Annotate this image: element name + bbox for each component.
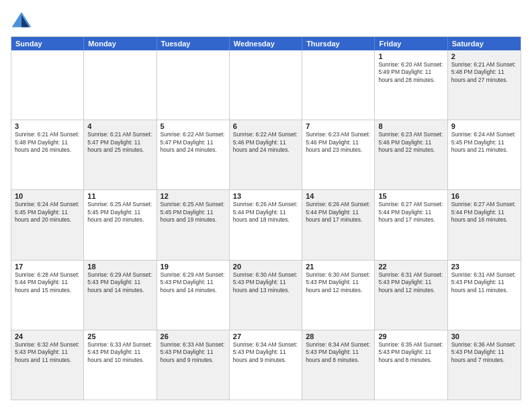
calendar-cell: 5Sunrise: 6:22 AM Sunset: 5:47 PM Daylig… xyxy=(157,120,230,189)
day-info: Sunrise: 6:26 AM Sunset: 5:44 PM Dayligh… xyxy=(306,201,371,224)
day-number: 16 xyxy=(451,192,517,200)
day-info: Sunrise: 6:21 AM Sunset: 5:47 PM Dayligh… xyxy=(87,131,152,154)
day-info: Sunrise: 6:23 AM Sunset: 5:46 PM Dayligh… xyxy=(378,131,443,154)
logo-icon xyxy=(11,11,32,30)
calendar-cell: 29Sunrise: 6:35 AM Sunset: 5:43 PM Dayli… xyxy=(375,330,447,400)
calendar-cell: 20Sunrise: 6:30 AM Sunset: 5:43 PM Dayli… xyxy=(230,261,302,330)
day-info: Sunrise: 6:26 AM Sunset: 5:44 PM Dayligh… xyxy=(233,201,298,224)
day-info: Sunrise: 6:30 AM Sunset: 5:43 PM Dayligh… xyxy=(233,271,298,294)
calendar: SundayMondayTuesdayWednesdayThursdayFrid… xyxy=(11,36,521,400)
weekday-header: Sunday xyxy=(11,37,84,50)
day-number: 19 xyxy=(161,263,226,271)
calendar-cell: 17Sunrise: 6:28 AM Sunset: 5:44 PM Dayli… xyxy=(11,261,84,330)
day-number: 13 xyxy=(233,192,298,200)
day-number: 30 xyxy=(451,332,517,340)
calendar-cell xyxy=(230,50,302,120)
calendar-week: 10Sunrise: 6:24 AM Sunset: 5:45 PM Dayli… xyxy=(11,190,521,260)
calendar-cell: 12Sunrise: 6:25 AM Sunset: 5:45 PM Dayli… xyxy=(157,190,230,259)
calendar-cell: 10Sunrise: 6:24 AM Sunset: 5:45 PM Dayli… xyxy=(11,190,84,259)
day-number: 26 xyxy=(161,332,226,340)
calendar-cell xyxy=(84,50,157,120)
day-number: 4 xyxy=(87,122,152,130)
day-info: Sunrise: 6:29 AM Sunset: 5:43 PM Dayligh… xyxy=(87,271,152,294)
day-number: 20 xyxy=(233,263,298,271)
day-info: Sunrise: 6:22 AM Sunset: 5:47 PM Dayligh… xyxy=(161,131,226,154)
calendar-week: 24Sunrise: 6:32 AM Sunset: 5:43 PM Dayli… xyxy=(11,330,521,400)
calendar-cell: 18Sunrise: 6:29 AM Sunset: 5:43 PM Dayli… xyxy=(84,261,157,330)
day-info: Sunrise: 6:35 AM Sunset: 5:43 PM Dayligh… xyxy=(378,341,443,364)
day-number: 11 xyxy=(87,192,152,200)
day-number: 29 xyxy=(378,332,443,340)
day-number: 2 xyxy=(451,52,517,60)
day-number: 8 xyxy=(378,122,443,130)
day-number: 27 xyxy=(233,332,298,340)
day-number: 3 xyxy=(15,122,80,130)
calendar-cell: 15Sunrise: 6:27 AM Sunset: 5:44 PM Dayli… xyxy=(375,190,447,259)
day-info: Sunrise: 6:28 AM Sunset: 5:44 PM Dayligh… xyxy=(15,271,80,294)
calendar-cell: 3Sunrise: 6:21 AM Sunset: 5:48 PM Daylig… xyxy=(11,120,84,189)
day-info: Sunrise: 6:24 AM Sunset: 5:45 PM Dayligh… xyxy=(451,131,517,154)
day-info: Sunrise: 6:21 AM Sunset: 5:48 PM Dayligh… xyxy=(15,131,80,154)
calendar-cell: 25Sunrise: 6:33 AM Sunset: 5:43 PM Dayli… xyxy=(84,330,157,400)
calendar-cell: 1Sunrise: 6:20 AM Sunset: 5:49 PM Daylig… xyxy=(375,50,447,120)
calendar-cell: 14Sunrise: 6:26 AM Sunset: 5:44 PM Dayli… xyxy=(302,190,375,259)
day-info: Sunrise: 6:27 AM Sunset: 5:44 PM Dayligh… xyxy=(451,201,517,224)
day-number: 7 xyxy=(306,122,371,130)
day-number: 9 xyxy=(451,122,517,130)
day-number: 18 xyxy=(87,263,152,271)
header xyxy=(11,11,521,30)
weekday-header: Friday xyxy=(375,37,447,50)
day-info: Sunrise: 6:36 AM Sunset: 5:43 PM Dayligh… xyxy=(451,341,517,364)
day-info: Sunrise: 6:33 AM Sunset: 5:43 PM Dayligh… xyxy=(161,341,226,364)
weekday-header: Thursday xyxy=(302,37,375,50)
day-number: 28 xyxy=(306,332,371,340)
calendar-cell: 6Sunrise: 6:22 AM Sunset: 5:46 PM Daylig… xyxy=(230,120,302,189)
day-number: 24 xyxy=(15,332,80,340)
weekday-header: Wednesday xyxy=(230,37,302,50)
calendar-cell: 13Sunrise: 6:26 AM Sunset: 5:44 PM Dayli… xyxy=(230,190,302,259)
day-number: 22 xyxy=(378,263,443,271)
day-number: 10 xyxy=(15,192,80,200)
calendar-cell xyxy=(302,50,375,120)
day-info: Sunrise: 6:32 AM Sunset: 5:43 PM Dayligh… xyxy=(15,341,80,364)
calendar-cell: 2Sunrise: 6:21 AM Sunset: 5:48 PM Daylig… xyxy=(448,50,521,120)
day-number: 21 xyxy=(306,263,371,271)
calendar-cell: 27Sunrise: 6:34 AM Sunset: 5:43 PM Dayli… xyxy=(230,330,302,400)
day-number: 5 xyxy=(161,122,226,130)
day-number: 23 xyxy=(451,263,517,271)
day-info: Sunrise: 6:33 AM Sunset: 5:43 PM Dayligh… xyxy=(87,341,152,364)
calendar-week: 1Sunrise: 6:20 AM Sunset: 5:49 PM Daylig… xyxy=(11,50,521,120)
calendar-body: 1Sunrise: 6:20 AM Sunset: 5:49 PM Daylig… xyxy=(11,50,521,400)
calendar-week: 17Sunrise: 6:28 AM Sunset: 5:44 PM Dayli… xyxy=(11,261,521,330)
calendar-cell: 8Sunrise: 6:23 AM Sunset: 5:46 PM Daylig… xyxy=(375,120,447,189)
day-info: Sunrise: 6:31 AM Sunset: 5:43 PM Dayligh… xyxy=(451,271,517,294)
day-number: 1 xyxy=(378,52,443,60)
day-number: 15 xyxy=(378,192,443,200)
weekday-header: Saturday xyxy=(448,37,521,50)
calendar-cell: 11Sunrise: 6:25 AM Sunset: 5:45 PM Dayli… xyxy=(84,190,157,259)
day-info: Sunrise: 6:31 AM Sunset: 5:43 PM Dayligh… xyxy=(378,271,443,294)
calendar-cell xyxy=(11,50,84,120)
calendar-cell: 19Sunrise: 6:29 AM Sunset: 5:43 PM Dayli… xyxy=(157,261,230,330)
calendar-cell: 26Sunrise: 6:33 AM Sunset: 5:43 PM Dayli… xyxy=(157,330,230,400)
day-info: Sunrise: 6:20 AM Sunset: 5:49 PM Dayligh… xyxy=(378,61,443,84)
calendar-week: 3Sunrise: 6:21 AM Sunset: 5:48 PM Daylig… xyxy=(11,120,521,190)
calendar-cell: 16Sunrise: 6:27 AM Sunset: 5:44 PM Dayli… xyxy=(448,190,521,259)
calendar-cell: 30Sunrise: 6:36 AM Sunset: 5:43 PM Dayli… xyxy=(448,330,521,400)
day-info: Sunrise: 6:23 AM Sunset: 5:46 PM Dayligh… xyxy=(306,131,371,154)
calendar-cell: 21Sunrise: 6:30 AM Sunset: 5:43 PM Dayli… xyxy=(302,261,375,330)
day-info: Sunrise: 6:25 AM Sunset: 5:45 PM Dayligh… xyxy=(87,201,152,224)
calendar-cell: 9Sunrise: 6:24 AM Sunset: 5:45 PM Daylig… xyxy=(448,120,521,189)
day-number: 17 xyxy=(15,263,80,271)
day-info: Sunrise: 6:25 AM Sunset: 5:45 PM Dayligh… xyxy=(161,201,226,224)
weekday-header: Tuesday xyxy=(157,37,230,50)
calendar-cell xyxy=(157,50,230,120)
day-info: Sunrise: 6:34 AM Sunset: 5:43 PM Dayligh… xyxy=(233,341,298,364)
day-number: 25 xyxy=(87,332,152,340)
day-number: 14 xyxy=(306,192,371,200)
day-info: Sunrise: 6:34 AM Sunset: 5:43 PM Dayligh… xyxy=(306,341,371,364)
logo xyxy=(11,11,34,30)
calendar-cell: 4Sunrise: 6:21 AM Sunset: 5:47 PM Daylig… xyxy=(84,120,157,189)
weekday-header: Monday xyxy=(84,37,157,50)
calendar-cell: 28Sunrise: 6:34 AM Sunset: 5:43 PM Dayli… xyxy=(302,330,375,400)
